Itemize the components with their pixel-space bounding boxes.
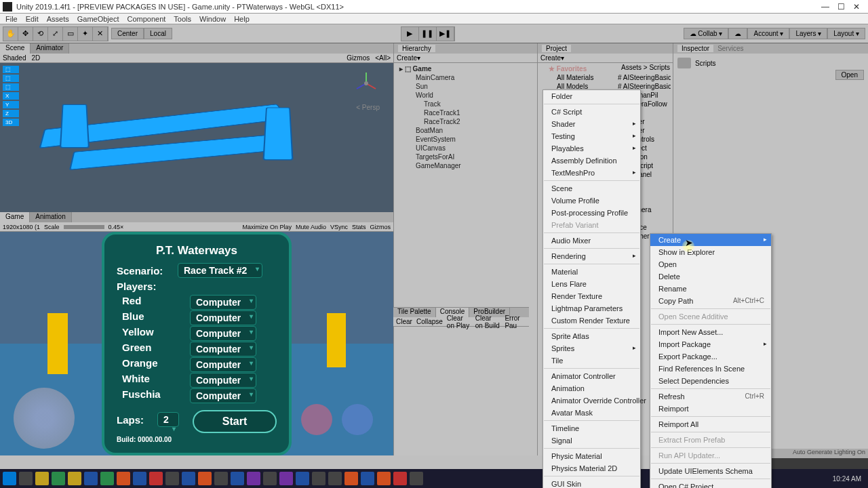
create-menu-item[interactable]: Animator Override Controller [543,394,640,407]
context-menu-item[interactable]: Update UIElements Schema [650,465,771,477]
start-button[interactable]: Start [193,410,277,433]
create-menu-item[interactable]: Custom Render Texture [543,314,640,327]
play-button[interactable]: ▶ [401,27,419,41]
hierarchy-item[interactable]: Sun [397,82,534,91]
context-menu-item[interactable]: RefreshCtrl+R [650,390,771,403]
open-button[interactable]: Open [835,70,864,80]
create-menu-item[interactable]: Sprite Atlas [543,330,640,342]
console-clear[interactable]: Clear [396,318,412,325]
task-icon[interactable] [410,472,423,485]
console-clear-on-play[interactable]: Clear on Play [447,314,471,329]
context-menu-item[interactable]: Run API Updater... [650,449,771,462]
task-icon[interactable] [247,472,260,485]
menu-gameobject[interactable]: GameObject [73,15,123,23]
player-type-dropdown[interactable]: Computer [190,373,256,388]
create-menu-item[interactable]: Signal [543,434,640,447]
player-type-dropdown[interactable]: Computer [190,357,256,372]
player-type-dropdown[interactable]: Computer [190,326,256,341]
create-menu-item[interactable]: Animation [543,382,640,394]
menu-window[interactable]: Window [195,15,230,23]
task-icon[interactable] [68,472,81,485]
task-icon[interactable] [84,472,98,485]
create-menu-item[interactable]: Physics Material 2D [543,462,640,474]
context-menu-item[interactable]: Find References In Scene [650,363,771,375]
rect-tool[interactable]: ▭ [63,27,78,41]
services-tab[interactable]: Services [717,45,743,52]
console-collapse[interactable]: Collapse [416,318,443,325]
laps-dropdown[interactable]: 2 [157,412,179,427]
animator-tab[interactable]: Animator [31,43,69,54]
task-icon[interactable] [165,472,179,485]
pause-button[interactable]: ❚❚ [419,27,437,41]
create-menu-item[interactable]: Assembly Definition [543,155,640,167]
menu-tools[interactable]: Tools [170,15,195,23]
hierarchy-item[interactable]: Track [397,100,534,108]
context-menu-item[interactable]: Import New Asset... [650,326,771,338]
clock[interactable]: 10:24 AM [833,475,865,483]
hierarchy-item[interactable]: TargetsForAI [397,152,534,161]
task-icon[interactable] [279,472,293,485]
minimize-button[interactable]: — [821,2,829,12]
scenario-dropdown[interactable]: Race Track #2 [178,263,262,278]
create-menu-item[interactable]: Rendering▸ [543,250,640,262]
task-icon[interactable] [344,472,358,485]
transform-tool[interactable]: ✦ [78,27,93,41]
scene-view[interactable]: ⬚⬚⬚XYZ3D < Persp [0,63,393,212]
scale-slider[interactable] [64,225,104,229]
context-menu-item[interactable]: Rename [650,283,771,295]
create-menu-item[interactable]: Render Texture [543,290,640,302]
task-icon[interactable] [393,472,407,485]
move-tool[interactable]: ✥ [18,27,33,41]
hierarchy-item[interactable]: RaceTrack2 [397,117,534,126]
create-menu-item[interactable]: Shader▸ [543,118,640,130]
maximize-toggle[interactable]: Maximize On Play [242,224,292,230]
step-button[interactable]: ▶❚ [437,27,454,41]
hierarchy-item[interactable]: World [397,91,534,100]
create-menu-item[interactable]: Timeline [543,422,640,434]
context-menu-item[interactable]: Show in Explorer [650,246,771,258]
create-menu-item[interactable]: Animator Controller [543,370,640,382]
create-menu-item[interactable]: Folder [543,90,640,102]
task-icon[interactable] [377,472,391,485]
hierarchy-item[interactable]: UICanvas [397,144,534,152]
mute-toggle[interactable]: Mute Audio [296,224,326,230]
create-menu-item[interactable]: Post-processing Profile [543,207,640,219]
hierarchy-item[interactable]: MainCamera [397,73,534,82]
create-menu-item[interactable]: GUI Skin [543,478,640,488]
context-menu-item[interactable]: Export Package... [650,350,771,363]
virtual-joystick[interactable] [14,388,75,449]
menu-help[interactable]: Help [230,15,254,23]
hierarchy-create[interactable]: Create [397,54,417,62]
scene-tab[interactable]: Scene [0,43,31,54]
shading-mode[interactable]: Shaded [3,54,26,62]
scene-root[interactable]: ▸ ⬚ Game [397,64,534,73]
create-menu-item[interactable]: Volume Profile [543,195,640,207]
tile-palette-tab[interactable]: Tile Palette [393,308,436,317]
task-icon[interactable] [52,472,65,485]
hierarchy-item[interactable]: GameManager [397,161,534,170]
gizmos-toggle[interactable]: Gizmos [347,54,370,62]
task-icon[interactable] [19,472,33,485]
create-menu-item[interactable]: Avatar Mask [543,407,640,419]
close-button[interactable]: ✕ [853,2,860,12]
2d-toggle[interactable]: 2D [31,54,40,62]
hierarchy-item[interactable]: RaceTrack1 [397,108,534,117]
menu-assets[interactable]: Assets [43,15,73,23]
create-menu-item[interactable]: TextMeshPro▸ [543,167,640,179]
pivot-button[interactable]: Center [111,28,144,39]
create-menu-item[interactable]: Prefab Variant [543,219,640,231]
task-icon[interactable] [35,472,49,485]
stats-toggle[interactable]: Stats [352,224,366,230]
task-icon[interactable] [117,472,130,485]
task-icon[interactable] [312,472,326,485]
account-button[interactable]: Account ▾ [747,28,789,39]
create-menu-item[interactable]: Material [543,266,640,278]
start-button[interactable] [3,472,16,485]
cloud-button[interactable]: ☁ [728,28,747,39]
task-icon[interactable] [296,472,309,485]
search-all[interactable]: <All> [375,54,391,62]
hand-tool[interactable]: ✋ [3,27,18,41]
script-item[interactable]: # AISteeringBasics [618,73,671,82]
create-menu-item[interactable]: Audio Mixer [543,235,640,247]
project-create[interactable]: Create [540,54,561,62]
